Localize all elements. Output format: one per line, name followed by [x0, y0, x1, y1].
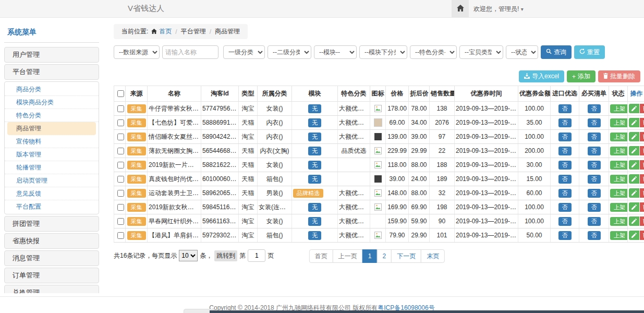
- status-badge[interactable]: 上架: [610, 133, 628, 141]
- status-badge[interactable]: 上架: [610, 161, 628, 170]
- module-sub-select[interactable]: --模块下分类--: [359, 45, 407, 59]
- row-checkbox[interactable]: [117, 134, 124, 140]
- must-buy-badge[interactable]: 否: [588, 189, 601, 198]
- module-badge[interactable]: 无: [308, 161, 321, 170]
- pager-button-首页[interactable]: 首页: [309, 249, 333, 263]
- jump-page-input[interactable]: [248, 249, 265, 262]
- status-badge[interactable]: 上架: [610, 217, 628, 226]
- status-badge[interactable]: 上架: [610, 118, 628, 127]
- delete-button[interactable]: [640, 231, 644, 240]
- row-checkbox[interactable]: [117, 105, 124, 112]
- row-checkbox[interactable]: [117, 232, 124, 239]
- import-select-badge[interactable]: 否: [558, 147, 572, 155]
- delete-button[interactable]: [640, 146, 644, 155]
- edit-button[interactable]: [629, 216, 639, 226]
- sidebar-item-平台配置[interactable]: 平台配置: [5, 200, 99, 213]
- jump-to-button[interactable]: 跳转到: [214, 250, 237, 261]
- delete-button[interactable]: [640, 216, 644, 226]
- import-excel-button[interactable]: 导入excel: [519, 70, 564, 82]
- status-badge[interactable]: 上架: [610, 231, 628, 240]
- must-buy-badge[interactable]: 否: [588, 147, 601, 155]
- status-badge[interactable]: 上架: [610, 104, 628, 113]
- page-size-select[interactable]: 10: [179, 250, 198, 261]
- sidebar-item-版本管理[interactable]: 版本管理: [5, 148, 99, 161]
- delete-button[interactable]: [640, 132, 644, 141]
- sidebar-item-商品管理[interactable]: 商品管理: [7, 122, 96, 135]
- must-buy-badge[interactable]: 否: [588, 104, 601, 113]
- item-type-select[interactable]: --宝贝类型--: [459, 45, 503, 59]
- status-badge[interactable]: 上架: [610, 175, 628, 184]
- import-select-badge[interactable]: 否: [558, 133, 572, 141]
- delete-button[interactable]: [640, 174, 644, 184]
- row-checkbox[interactable]: [117, 148, 124, 154]
- edit-button[interactable]: [629, 231, 639, 240]
- must-buy-badge[interactable]: 否: [588, 203, 601, 212]
- sidebar-group-4[interactable]: 消息管理: [4, 250, 99, 266]
- module-badge[interactable]: 无: [308, 175, 321, 184]
- row-checkbox[interactable]: [117, 204, 124, 211]
- edit-button[interactable]: [629, 146, 639, 155]
- sidebar-group-1[interactable]: 平台管理: [4, 64, 99, 80]
- module-badge[interactable]: 无: [308, 203, 321, 212]
- edit-button[interactable]: [629, 160, 639, 170]
- sidebar-group-3[interactable]: 省惠快报: [4, 233, 99, 249]
- sidebar-item-宣传物料[interactable]: 宣传物料: [5, 135, 99, 148]
- batch-delete-button[interactable]: 批量删除: [598, 70, 640, 82]
- import-select-badge[interactable]: 否: [558, 104, 572, 113]
- edit-button[interactable]: [629, 174, 639, 184]
- sidebar-item-商品分类[interactable]: 商品分类: [5, 83, 99, 96]
- status-badge[interactable]: 上架: [610, 147, 628, 155]
- import-select-badge[interactable]: 否: [558, 231, 572, 240]
- home-button[interactable]: [452, 0, 469, 17]
- row-checkbox[interactable]: [117, 190, 124, 197]
- select-all-checkbox[interactable]: [117, 90, 124, 97]
- import-select-badge[interactable]: 否: [558, 118, 572, 127]
- sidebar-item-意见反馈[interactable]: 意见反馈: [5, 187, 99, 200]
- delete-button[interactable]: [640, 160, 644, 170]
- delete-button[interactable]: [640, 118, 644, 127]
- row-checkbox[interactable]: [117, 176, 124, 183]
- sidebar-item-模块商品分类[interactable]: 模块商品分类: [5, 96, 99, 109]
- module-badge[interactable]: 品牌精选: [293, 189, 323, 198]
- import-select-badge[interactable]: 否: [558, 217, 572, 226]
- module-badge[interactable]: 无: [308, 133, 321, 141]
- special-category-select[interactable]: --特色分类--: [410, 45, 457, 59]
- delete-button[interactable]: [640, 104, 644, 113]
- data-source-select[interactable]: --数据来源--: [114, 45, 160, 59]
- module-badge[interactable]: 无: [308, 147, 321, 155]
- sidebar-item-特色分类[interactable]: 特色分类: [5, 109, 99, 122]
- delete-button[interactable]: [640, 188, 644, 198]
- pager-button-2[interactable]: 2: [377, 249, 392, 263]
- add-button[interactable]: + 添加: [567, 70, 596, 82]
- category1-select[interactable]: 一级分类: [223, 45, 265, 59]
- edit-button[interactable]: [629, 202, 639, 212]
- must-buy-badge[interactable]: 否: [588, 217, 601, 226]
- must-buy-badge[interactable]: 否: [588, 161, 601, 170]
- status-badge[interactable]: 上架: [610, 189, 628, 198]
- edit-button[interactable]: [629, 118, 639, 127]
- must-buy-badge[interactable]: 否: [588, 133, 601, 141]
- module-select[interactable]: --模块--: [314, 45, 357, 59]
- pager-button-下一页[interactable]: 下一页: [391, 249, 421, 263]
- row-checkbox[interactable]: [117, 119, 124, 126]
- status-badge[interactable]: 上架: [610, 203, 628, 212]
- import-select-badge[interactable]: 否: [558, 189, 572, 198]
- status-select[interactable]: --状态--: [506, 45, 538, 59]
- name-search-input[interactable]: [162, 45, 218, 59]
- must-buy-badge[interactable]: 否: [588, 231, 601, 240]
- pager-button-末页[interactable]: 末页: [421, 249, 445, 263]
- module-badge[interactable]: 无: [308, 104, 321, 113]
- sidebar-group-0[interactable]: 用户管理: [4, 47, 99, 63]
- import-select-badge[interactable]: 否: [558, 161, 572, 170]
- import-select-badge[interactable]: 否: [558, 175, 572, 184]
- reset-button[interactable]: 重置: [574, 45, 605, 59]
- sidebar-group-5[interactable]: 订单管理: [4, 268, 99, 283]
- edit-button[interactable]: [629, 188, 639, 198]
- breadcrumb-home-link[interactable]: 首页: [159, 27, 172, 36]
- sidebar-group-6[interactable]: 兑换管理: [4, 285, 99, 293]
- must-buy-badge[interactable]: 否: [588, 118, 601, 127]
- row-checkbox[interactable]: [117, 218, 124, 225]
- search-button[interactable]: 查询: [541, 45, 572, 59]
- sidebar-item-轮播管理[interactable]: 轮播管理: [5, 161, 99, 174]
- module-badge[interactable]: 无: [308, 231, 321, 240]
